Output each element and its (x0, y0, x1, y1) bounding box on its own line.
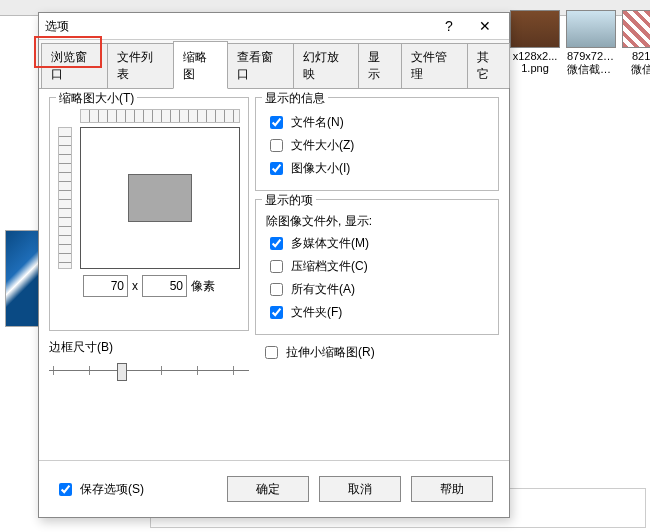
dialog-title: 选项 (45, 18, 431, 35)
check-save-options[interactable]: 保存选项(S) (55, 480, 144, 499)
ok-button[interactable]: 确定 (227, 476, 309, 502)
bg-thumb-1-dim: x128x2... (513, 50, 558, 62)
check-allfiles-input[interactable] (270, 283, 283, 296)
tab-file-list[interactable]: 文件列表 (107, 43, 174, 88)
check-filesize-label: 文件大小(Z) (291, 137, 354, 154)
thumb-preview-box (128, 174, 192, 222)
check-filesize-input[interactable] (270, 139, 283, 152)
thumb-preview (80, 127, 240, 269)
border-size-label: 边框尺寸(B) (49, 339, 249, 356)
thumb-height-input[interactable] (142, 275, 187, 297)
help-icon[interactable]: ? (431, 16, 467, 36)
check-folders-input[interactable] (270, 306, 283, 319)
bg-selected-image[interactable] (5, 230, 40, 327)
tab-display[interactable]: 显示 (358, 43, 401, 88)
tab-browse-window[interactable]: 浏览窗口 (41, 43, 108, 88)
check-stretch-input[interactable] (265, 346, 278, 359)
check-filename-label: 文件名(N) (291, 114, 344, 131)
check-archive[interactable]: 压缩档文件(C) (266, 257, 490, 276)
bg-thumb-3-dim: 821x4 (632, 50, 650, 62)
thumb-height-slider[interactable] (58, 127, 72, 269)
check-save-options-label: 保存选项(S) (80, 481, 144, 498)
check-archive-label: 压缩档文件(C) (291, 258, 368, 275)
check-archive-input[interactable] (270, 260, 283, 273)
tab-view-window[interactable]: 查看窗口 (227, 43, 294, 88)
bg-thumb-1[interactable] (510, 10, 560, 48)
bg-thumb-1-name: 1.png (521, 62, 549, 74)
bg-thumb-2-name: 微信截图_2... (567, 62, 615, 77)
check-multimedia-label: 多媒体文件(M) (291, 235, 369, 252)
bg-thumb-2[interactable] (566, 10, 616, 48)
pixel-label: 像素 (191, 278, 215, 295)
close-icon[interactable]: ✕ (467, 16, 503, 36)
tab-thumbnail[interactable]: 缩略图 (173, 41, 228, 89)
bg-thumb-2-dim: 879x720x2... (567, 50, 615, 62)
cancel-button[interactable]: 取消 (319, 476, 401, 502)
check-multimedia[interactable]: 多媒体文件(M) (266, 234, 490, 253)
check-allfiles[interactable]: 所有文件(A) (266, 280, 490, 299)
size-x-label: x (132, 279, 138, 293)
bg-thumb-3[interactable] (622, 10, 650, 48)
displayed-info-legend: 显示的信息 (262, 90, 328, 107)
check-filename-input[interactable] (270, 116, 283, 129)
check-filename[interactable]: 文件名(N) (266, 113, 490, 132)
tab-other[interactable]: 其它 (467, 43, 510, 88)
check-stretch-label: 拉伸小缩略图(R) (286, 344, 375, 361)
check-imagesize[interactable]: 图像大小(I) (266, 159, 490, 178)
help-button[interactable]: 帮助 (411, 476, 493, 502)
tab-slideshow[interactable]: 幻灯放映 (293, 43, 360, 88)
options-dialog: 选项 ? ✕ 浏览窗口 文件列表 缩略图 查看窗口 幻灯放映 显示 文件管理 其… (38, 12, 510, 518)
check-folders-label: 文件夹(F) (291, 304, 342, 321)
check-folders[interactable]: 文件夹(F) (266, 303, 490, 322)
border-size-slider[interactable] (49, 360, 249, 382)
tab-file-management[interactable]: 文件管理 (401, 43, 468, 88)
check-save-options-input[interactable] (59, 483, 72, 496)
check-allfiles-label: 所有文件(A) (291, 281, 355, 298)
displayed-items-legend: 显示的项 (262, 192, 316, 209)
check-multimedia-input[interactable] (270, 237, 283, 250)
thumb-width-slider[interactable] (80, 109, 240, 123)
check-stretch[interactable]: 拉伸小缩略图(R) (261, 343, 499, 362)
thumb-size-legend: 缩略图大小(T) (56, 90, 137, 107)
check-imagesize-input[interactable] (270, 162, 283, 175)
thumb-width-input[interactable] (83, 275, 128, 297)
check-filesize[interactable]: 文件大小(Z) (266, 136, 490, 155)
besides-images-label: 除图像文件外, 显示: (266, 213, 490, 230)
check-imagesize-label: 图像大小(I) (291, 160, 350, 177)
bg-thumb-3-name: 微信截 (631, 62, 651, 77)
